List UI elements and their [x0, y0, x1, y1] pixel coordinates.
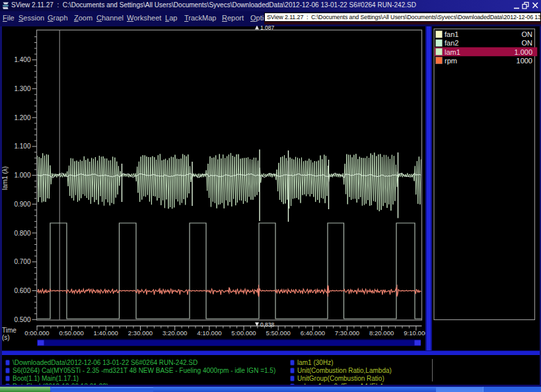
svg-text:Time: Time [2, 327, 17, 334]
svg-text:1.087: 1.087 [260, 24, 275, 31]
svg-text:0.900: 0.900 [14, 201, 30, 208]
svg-text:0.800: 0.800 [14, 230, 30, 237]
svg-text:0.838: 0.838 [260, 321, 275, 328]
svg-text:1000: 1000 [517, 57, 532, 65]
svg-text:rpm: rpm [445, 57, 457, 65]
svg-text:1:40.000: 1:40.000 [94, 329, 118, 337]
svg-text:lam1: lam1 [445, 48, 460, 56]
svg-text:0.700: 0.700 [14, 258, 30, 265]
svg-text:ON: ON [522, 39, 533, 47]
svg-text:fan1: fan1 [445, 30, 458, 38]
svg-text:0:50.000: 0:50.000 [59, 329, 84, 337]
svg-text:(s): (s) [2, 334, 10, 341]
svg-text:1.300: 1.300 [14, 85, 30, 92]
svg-text:1.200: 1.200 [14, 114, 30, 121]
svg-text:1.000: 1.000 [514, 48, 532, 56]
svg-text:4:10.000: 4:10.000 [197, 329, 221, 337]
svg-text:1.000: 1.000 [14, 172, 30, 179]
svg-text:6:40.000: 6:40.000 [301, 329, 325, 337]
svg-text:lam1 (λ): lam1 (λ) [1, 166, 9, 190]
svg-text:8:20.000: 8:20.000 [369, 329, 394, 337]
svg-text:5:00.000: 5:00.000 [231, 329, 256, 337]
svg-text:ON: ON [522, 30, 533, 38]
svg-text:1.400: 1.400 [14, 56, 30, 63]
svg-text:1.100: 1.100 [14, 143, 30, 150]
svg-text:0.500: 0.500 [14, 316, 30, 323]
svg-text:5:50.000: 5:50.000 [266, 329, 291, 337]
svg-text:fan2: fan2 [445, 39, 458, 47]
svg-text:2:30.000: 2:30.000 [128, 329, 153, 337]
svg-text:0:00.000: 0:00.000 [24, 329, 49, 337]
svg-text:3:20.000: 3:20.000 [162, 329, 187, 337]
svg-text:7:30.000: 7:30.000 [335, 329, 359, 337]
svg-text:0.600: 0.600 [14, 287, 30, 294]
